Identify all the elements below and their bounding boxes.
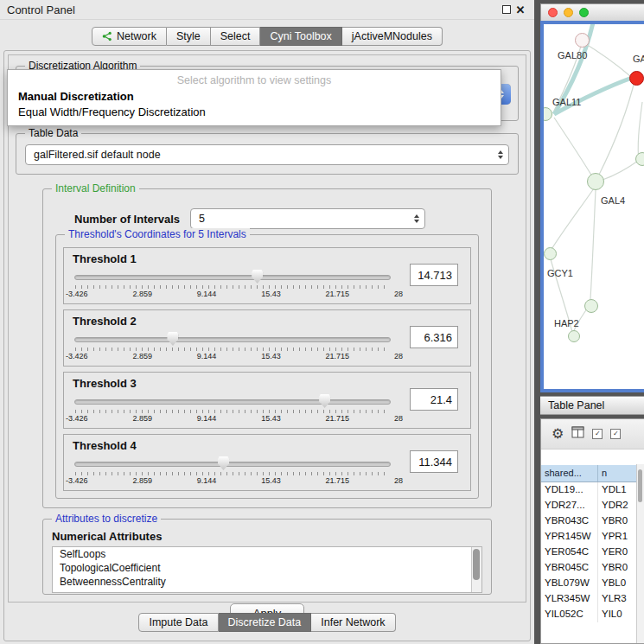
tab-impute-data-label: Impute Data xyxy=(149,616,207,628)
threshold-4-value-field[interactable]: 11.344 xyxy=(410,450,458,473)
node-label-gal11: GAL11 xyxy=(552,97,581,107)
minimize-traffic-light[interactable] xyxy=(564,8,573,17)
table-data-title: Table Data xyxy=(25,127,81,139)
slider-thumb[interactable] xyxy=(218,456,229,470)
network-node[interactable] xyxy=(584,299,598,313)
table-row[interactable]: YLR345WYLR3 xyxy=(541,591,644,607)
tab-impute-data[interactable]: Impute Data xyxy=(138,613,218,632)
slider-tick-labels: -3.4262.8599.14415.4321.71528 xyxy=(66,414,403,423)
network-node[interactable] xyxy=(575,33,590,48)
list-item[interactable]: TopologicalCoefficient xyxy=(53,561,481,575)
list-item[interactable]: BetweennessCentrality xyxy=(53,575,481,589)
column-header-shared-name[interactable]: shared... xyxy=(541,465,598,481)
network-node-selected[interactable] xyxy=(629,71,644,86)
node-label-gal4: GAL4 xyxy=(601,195,625,206)
threshold-2-slider[interactable] xyxy=(74,331,391,347)
scrollbar-thumb[interactable] xyxy=(638,469,642,502)
threshold-4-slider[interactable] xyxy=(74,456,391,471)
table-row[interactable]: YDR27...YDR2 xyxy=(541,498,644,513)
close-window-button[interactable]: ✕ xyxy=(513,3,527,16)
table-data-combobox[interactable]: galFiltered.sif default node xyxy=(25,144,509,165)
combobox-stepper-icon xyxy=(414,209,419,228)
threshold-1-slider[interactable] xyxy=(74,269,391,284)
table-row[interactable]: YBL079WYBL0 xyxy=(541,576,644,591)
threshold-3-slider[interactable] xyxy=(74,393,391,409)
threshold-coordinates-title: Threshold's Coordinates for 5 Intervals xyxy=(65,228,250,240)
column-chooser-icon[interactable] xyxy=(571,426,584,442)
table-row[interactable]: YIL052CYIL0 xyxy=(541,607,644,622)
table-row[interactable]: YPR145WYPR1 xyxy=(541,529,644,545)
float-icon xyxy=(502,5,511,14)
table-panel-title: Table Panel xyxy=(548,399,604,411)
tab-cyni-toolbox[interactable]: Cyni Toolbox xyxy=(260,27,341,46)
slider-track[interactable] xyxy=(74,399,391,405)
tab-network[interactable]: Network xyxy=(92,27,167,46)
slider-tick-labels: -3.4262.8599.14415.4321.71528 xyxy=(66,476,403,485)
numerical-attributes-label: Numerical Attributes xyxy=(52,530,491,543)
table-body: YDL19...YDL1 YDR27...YDR2 YBR043CYBR0 YP… xyxy=(541,482,644,622)
window-title: Control Panel xyxy=(7,3,500,16)
tab-jactivemnodules[interactable]: jActiveMNodules xyxy=(342,27,443,46)
slider-thumb[interactable] xyxy=(252,270,263,284)
threshold-3-box: Threshold 3 -3.4262.8599.14415.4321.7152… xyxy=(63,372,471,429)
select-check-icon[interactable]: ✓ xyxy=(610,429,621,439)
table-spacer xyxy=(541,450,644,465)
slider-thumb[interactable] xyxy=(319,394,330,408)
slider-thumb[interactable] xyxy=(167,332,178,346)
dropdown-option-equal-width-frequency[interactable]: Equal Width/Frequency Discretization xyxy=(8,105,501,120)
network-view-window: GAL80 GA GAL11 GAL4 GCY1 HAP2 xyxy=(540,3,644,392)
table-row[interactable]: YDL19...YDL1 xyxy=(541,482,644,498)
list-item[interactable]: SelfLoops xyxy=(53,547,481,561)
threshold-1-value-field[interactable]: 14.713 xyxy=(410,264,458,286)
close-traffic-light[interactable] xyxy=(548,8,558,17)
slider-track[interactable] xyxy=(74,337,391,342)
number-of-intervals-value: 5 xyxy=(199,213,205,225)
network-node[interactable] xyxy=(587,173,604,190)
threshold-3-value-field[interactable]: 21.4 xyxy=(410,388,458,411)
zoom-traffic-light[interactable] xyxy=(579,8,589,17)
scrollbar-thumb[interactable] xyxy=(473,549,480,580)
number-of-intervals-combobox[interactable]: 5 xyxy=(190,208,425,229)
tab-infer-network[interactable]: Infer Network xyxy=(311,613,395,632)
tab-select-label: Select xyxy=(220,30,251,42)
tab-style[interactable]: Style xyxy=(167,27,211,46)
dropdown-option-manual-discretization[interactable]: Manual Discretization xyxy=(8,89,501,105)
tab-discretize-data[interactable]: Discretize Data xyxy=(219,613,312,632)
network-node[interactable] xyxy=(544,247,557,260)
threshold-1-label: Threshold 1 xyxy=(73,252,137,265)
control-panel-window: Control Panel ✕ Network Style Select Cyn… xyxy=(0,0,534,644)
threshold-2-label: Threshold 2 xyxy=(73,315,137,328)
select-all-check-icon[interactable]: ✓ xyxy=(592,429,603,439)
network-canvas[interactable]: GAL80 GA GAL11 GAL4 GCY1 HAP2 xyxy=(544,24,644,386)
tab-select[interactable]: Select xyxy=(211,27,261,46)
tab-infer-network-label: Infer Network xyxy=(321,616,385,628)
slider-ticks xyxy=(75,472,390,475)
threshold-2-value-field[interactable]: 6.316 xyxy=(410,326,458,348)
attributes-scrollbar[interactable] xyxy=(471,547,481,592)
tab-cyni-toolbox-label: Cyni Toolbox xyxy=(270,30,331,42)
table-row[interactable]: YBR045CYBR0 xyxy=(541,560,644,576)
float-window-button[interactable] xyxy=(500,3,513,16)
attributes-group-title: Attributes to discretize xyxy=(52,513,161,525)
slider-track[interactable] xyxy=(74,275,391,280)
table-row[interactable]: YER054CYER0 xyxy=(541,545,644,560)
table-header-row: shared... n xyxy=(541,465,644,482)
threshold-2-box: Threshold 2 -3.4262.8599.14415.4321.7152… xyxy=(63,309,471,367)
table-panel-window: ⚙ ✓ ✓ shared... n YDL19...YDL1 YDR27...Y… xyxy=(540,418,644,644)
threshold-1-box: Threshold 1 -3.4262.8599.14415.4321.7152… xyxy=(63,247,471,304)
slider-track[interactable] xyxy=(74,462,391,467)
tab-discretize-data-label: Discretize Data xyxy=(228,616,302,628)
network-node[interactable] xyxy=(635,152,644,166)
network-node[interactable] xyxy=(568,330,580,342)
interval-definition-group: Interval Definition Number of Intervals … xyxy=(42,188,492,508)
interval-definition-title: Interval Definition xyxy=(52,182,139,194)
threshold-3-label: Threshold 3 xyxy=(73,377,137,390)
network-window-titlebar xyxy=(540,3,644,21)
table-row[interactable]: YBR043CYBR0 xyxy=(541,513,644,529)
slider-tick-labels: -3.4262.8599.14415.4321.71528 xyxy=(66,290,403,298)
network-canvas-frame: GAL80 GA GAL11 GAL4 GCY1 HAP2 xyxy=(540,21,644,392)
tab-network-label: Network xyxy=(117,30,156,42)
table-scrollbar[interactable] xyxy=(636,464,644,643)
discretize-data-content: Discretization Algorithm Table Data galF… xyxy=(8,54,526,603)
gear-icon[interactable]: ⚙ xyxy=(552,427,564,441)
